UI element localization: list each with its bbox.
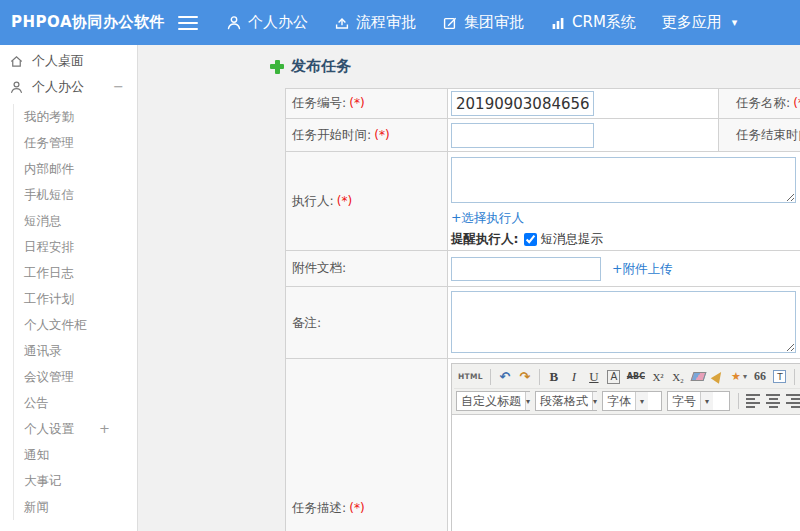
redo-icon: ↷	[519, 369, 530, 384]
sidebar-item[interactable]: 手机短信	[14, 182, 137, 208]
topbar-nav-item[interactable]: CRM系统	[550, 13, 636, 32]
toolbar-separator	[738, 393, 739, 409]
rich-text-editor: HTML↶↷BIUAABCX²X₂★▾66TA▾ 自定义标题▾段落格式▾字体▾字…	[451, 363, 800, 531]
sidebar-item[interactable]: 日程安排	[14, 234, 137, 260]
attachment-input[interactable]	[451, 257, 601, 281]
sidebar-item[interactable]: 通讯录	[14, 338, 137, 364]
field-label-task-name: 任务名称:(*)	[719, 89, 800, 119]
paragraph-format-select[interactable]: 段落格式▾	[535, 391, 597, 411]
nav-label: 更多应用	[662, 13, 722, 32]
sidebar-item-label: 个人设置	[24, 421, 74, 436]
sidebar-item[interactable]: 工作日志	[14, 260, 137, 286]
field-label-start-time: 任务开始时间:(*)	[286, 119, 448, 152]
char-border-icon: A	[607, 370, 620, 384]
sidebar-item[interactable]: 大事记	[14, 468, 137, 494]
sidebar-group-label: 个人办公	[32, 78, 84, 96]
redo-button[interactable]: ↷	[516, 367, 534, 386]
font-family-select[interactable]: 字体▾	[602, 391, 662, 411]
wand-icon: ★	[731, 370, 741, 383]
menu-toggle-button[interactable]	[178, 16, 198, 30]
sms-remind-checkbox[interactable]	[524, 233, 537, 246]
bar-chart-icon	[550, 15, 566, 31]
superscript-button[interactable]: X²	[649, 367, 667, 386]
sidebar-item-label: 个人桌面	[32, 52, 84, 70]
task-number-input[interactable]	[451, 91, 594, 116]
custom-title-select[interactable]: 自定义标题▾	[456, 391, 530, 411]
sidebar-item-label: 短消息	[24, 213, 62, 228]
paste-icon: T	[773, 370, 786, 383]
sidebar-item-label: 工作日志	[24, 265, 74, 280]
sidebar-item[interactable]: 我的考勤	[14, 104, 137, 130]
sidebar-item[interactable]: 工作计划	[14, 286, 137, 312]
sidebar-item[interactable]: 任务管理	[14, 130, 137, 156]
sidebar-item[interactable]: 短消息	[14, 208, 137, 234]
sidebar-item-desktop[interactable]: 个人桌面	[0, 49, 137, 73]
undo-icon: ↶	[499, 369, 510, 384]
sidebar-item-label: 日程安排	[24, 239, 74, 254]
expand-toggle-icon[interactable]: +	[99, 417, 110, 441]
strikethrough-button[interactable]: ABC	[625, 367, 647, 386]
edit-icon	[442, 15, 458, 31]
format-brush-button[interactable]	[709, 367, 727, 386]
italic-icon: I	[572, 369, 576, 385]
align-center-button[interactable]	[766, 393, 780, 409]
blockquote-icon: 66	[754, 369, 766, 384]
collapse-toggle-icon[interactable]: −	[113, 75, 124, 99]
toolbar-separator	[539, 369, 540, 385]
field-label-description: 任务描述:(*)	[286, 359, 448, 531]
app-brand: PHPOA协同办公软件	[0, 13, 178, 32]
remark-textarea[interactable]	[451, 291, 796, 353]
font-size-select[interactable]: 字号▾	[667, 391, 730, 411]
topbar-nav-item[interactable]: 集团审批	[442, 13, 524, 32]
editor-toolbar-row2: 自定义标题▾段落格式▾字体▾字号▾	[454, 388, 800, 413]
start-time-input[interactable]	[451, 123, 594, 148]
sidebar-item[interactable]: 会议管理	[14, 364, 137, 390]
sidebar-submenu: 我的考勤任务管理内部邮件手机短信短消息日程安排工作日志工作计划个人文件柜通讯录会…	[13, 104, 137, 520]
italic-button[interactable]: I	[565, 367, 583, 386]
sidebar-item-label: 工作计划	[24, 291, 74, 306]
editor-content-area[interactable]	[452, 415, 800, 531]
subscript-button[interactable]: X₂	[669, 367, 687, 386]
toolbar-separator	[490, 369, 491, 385]
sidebar-item[interactable]: 公告	[14, 390, 137, 416]
select-value: 字号	[668, 393, 700, 410]
paste-button[interactable]: T	[771, 367, 789, 386]
page-title: 发布任务	[291, 57, 351, 76]
sidebar-item[interactable]: 通知	[14, 442, 137, 468]
source-button[interactable]: HTML	[456, 367, 485, 386]
toolbar-separator	[794, 369, 795, 385]
executor-textarea[interactable]	[451, 157, 796, 203]
sidebar-item[interactable]: 个人文件柜	[14, 312, 137, 338]
required-marker: (*)	[374, 128, 389, 142]
brush-icon	[711, 369, 726, 384]
topbar-nav-item[interactable]: 更多应用▾	[662, 13, 738, 32]
process-approval-icon	[334, 15, 350, 31]
page-header: 发布任务	[270, 57, 351, 76]
undo-button[interactable]: ↶	[496, 367, 514, 386]
insert-wand-button[interactable]: ★▾	[729, 367, 749, 386]
char-border-button[interactable]: A	[605, 367, 623, 386]
align-left-button[interactable]	[746, 393, 760, 409]
bold-button[interactable]: B	[545, 367, 563, 386]
sidebar-group-personal-office[interactable]: 个人办公 −	[0, 75, 137, 99]
sidebar-item-label: 我的考勤	[24, 109, 74, 124]
topbar-nav-item[interactable]: 个人办公	[226, 13, 308, 32]
attachment-upload-link[interactable]: +附件上传	[612, 261, 672, 276]
sidebar-item-label: 手机短信	[24, 187, 74, 202]
underline-button[interactable]: U	[585, 367, 603, 386]
sidebar-item[interactable]: 个人设置+	[14, 416, 137, 442]
nav-label: CRM系统	[572, 13, 636, 32]
sms-remind-label: 短消息提示	[541, 231, 604, 248]
sidebar-item[interactable]: 新闻	[14, 494, 137, 520]
align-right-button[interactable]	[786, 393, 800, 409]
sidebar-item[interactable]: 内部邮件	[14, 156, 137, 182]
underline-icon: U	[589, 369, 598, 385]
topbar-nav-item[interactable]: 流程审批	[334, 13, 416, 32]
select-executor-link[interactable]: +选择执行人	[451, 210, 524, 225]
blockquote-button[interactable]: 66	[751, 367, 769, 386]
sidebar: 个人桌面 个人办公 − 我的考勤任务管理内部邮件手机短信短消息日程安排工作日志工…	[0, 45, 138, 531]
sidebar-item-label: 通讯录	[24, 343, 62, 358]
task-description-table: 任务描述:(*) HTML↶↷BIUAABCX²X₂★▾66TA▾ 自定义标题▾…	[285, 358, 800, 531]
remove-format-button[interactable]	[689, 367, 707, 386]
select-value: 自定义标题	[457, 393, 525, 410]
